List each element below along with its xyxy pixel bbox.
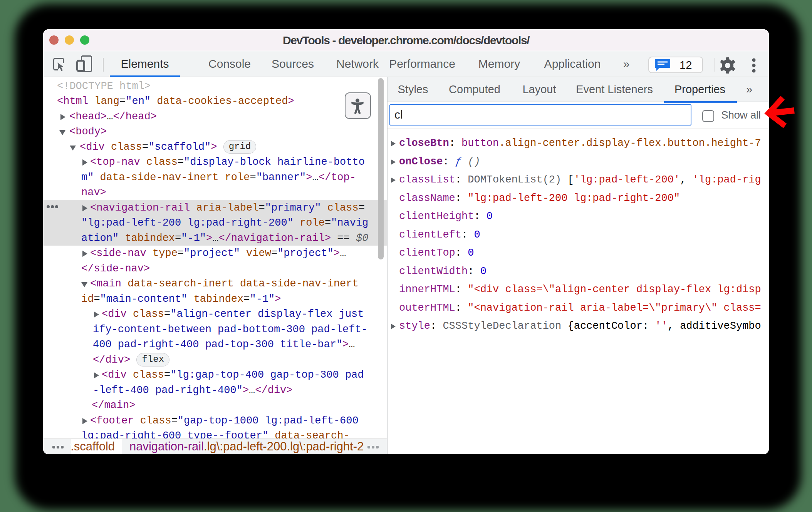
svg-text:12: 12: [679, 59, 692, 71]
